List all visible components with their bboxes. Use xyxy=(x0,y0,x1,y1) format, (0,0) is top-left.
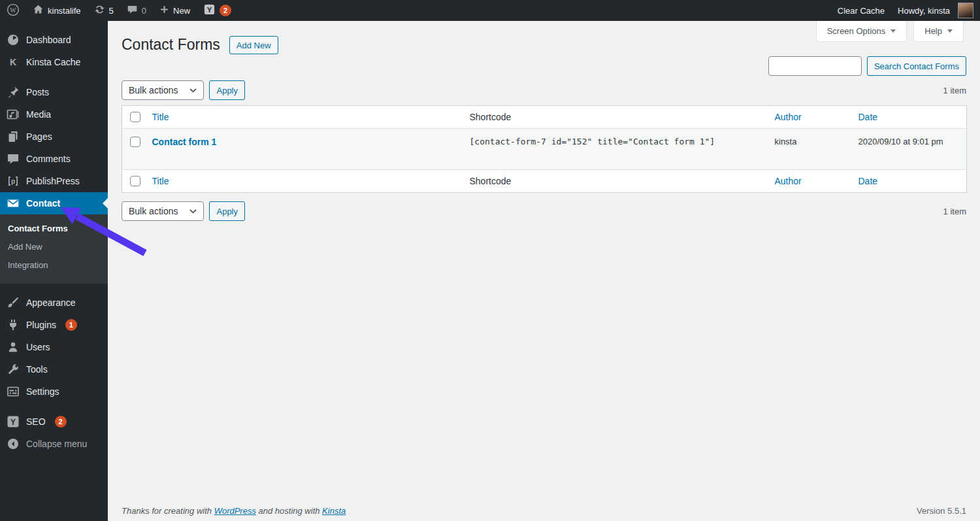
contact-form-title-link[interactable]: Contact form 1 xyxy=(152,137,217,147)
table-footer-row: Title Shortcode Author Date xyxy=(122,170,967,193)
plus-icon xyxy=(159,5,169,16)
collapse-menu-button[interactable]: Collapse menu xyxy=(0,433,108,455)
sidebar-item-publishpress[interactable]: p PublishPress xyxy=(0,170,108,192)
yoast-seo-menu[interactable]: Y 2 xyxy=(197,0,238,21)
select-all-checkbox[interactable] xyxy=(130,176,140,186)
bulk-actions-select[interactable]: Bulk actions xyxy=(122,80,204,100)
sidebar-item-label: PublishPress xyxy=(26,175,80,188)
pages-icon xyxy=(7,130,20,143)
comments-icon xyxy=(7,152,20,165)
publishpress-icon: p xyxy=(7,175,20,188)
bulk-actions-select[interactable]: Bulk actions xyxy=(122,201,204,221)
sidebar-item-comments[interactable]: Comments xyxy=(0,148,108,170)
select-all-checkbox[interactable] xyxy=(130,112,140,122)
bulk-actions-group: Bulk actions Apply xyxy=(122,201,245,221)
table-header-row: Title Shortcode Author Date xyxy=(122,106,967,129)
sidebar-item-label: Plugins xyxy=(26,318,56,331)
sidebar-item-media[interactable]: Media xyxy=(0,103,108,126)
chevron-down-icon xyxy=(189,209,197,214)
howdy-label: Howdy, kinsta xyxy=(898,6,950,16)
site-name-menu[interactable]: kinstalife xyxy=(26,0,88,21)
submenu-item-integration[interactable]: Integration xyxy=(0,256,108,275)
sidebar-item-tools[interactable]: Tools xyxy=(0,358,108,380)
row-checkbox[interactable] xyxy=(130,137,140,147)
screen-meta-tabs: Screen Options Help xyxy=(816,21,964,42)
sort-author-link[interactable]: Author xyxy=(775,112,802,122)
sidebar-item-label: Posts xyxy=(26,86,49,99)
user-icon xyxy=(7,341,20,354)
yoast-seo-icon: Y xyxy=(7,415,20,428)
home-icon xyxy=(33,4,44,17)
svg-text:K: K xyxy=(10,57,16,67)
sidebar-item-label: Pages xyxy=(26,130,52,143)
wordpress-link[interactable]: WordPress xyxy=(214,506,256,516)
wordpress-logo-menu[interactable]: W xyxy=(0,0,26,21)
sidebar-item-users[interactable]: Users xyxy=(0,336,108,358)
apply-button[interactable]: Apply xyxy=(209,201,245,221)
sidebar-item-appearance[interactable]: Appearance xyxy=(0,292,108,314)
clear-cache-button[interactable]: Clear Cache xyxy=(831,0,891,21)
pushpin-icon xyxy=(7,86,20,99)
submenu-item-add-new[interactable]: Add New xyxy=(0,238,108,256)
screen-options-tab[interactable]: Screen Options xyxy=(816,21,907,42)
shortcode-value: [contact-form-7 id="152" title="Contact … xyxy=(470,137,715,146)
main-content: Screen Options Help Contact Forms Add Ne… xyxy=(108,21,980,521)
plug-icon xyxy=(7,318,20,331)
sort-date-link[interactable]: Date xyxy=(858,176,878,186)
sidebar-item-seo[interactable]: Y SEO 2 xyxy=(0,411,108,433)
bulk-actions-label: Bulk actions xyxy=(129,206,178,216)
sidebar-item-kinsta-cache[interactable]: K Kinsta Cache xyxy=(0,51,108,73)
svg-text:Y: Y xyxy=(207,6,212,14)
sidebar-item-dashboard[interactable]: Dashboard xyxy=(0,29,108,51)
collapse-menu-label: Collapse menu xyxy=(26,437,87,450)
help-label: Help xyxy=(924,26,942,36)
table-nav-bottom: Bulk actions Apply 1 item xyxy=(122,201,966,222)
sidebar-item-settings[interactable]: Settings xyxy=(0,380,108,403)
date-value: 2020/09/10 at 9:01 pm xyxy=(858,137,943,146)
seo-notification-badge: 2 xyxy=(55,416,67,428)
new-content-menu[interactable]: New xyxy=(153,0,197,21)
my-account-menu[interactable]: Howdy, kinsta xyxy=(891,0,956,21)
search-contact-forms-button[interactable]: Search Contact Forms xyxy=(867,56,966,76)
submenu-label: Contact Forms xyxy=(8,224,68,233)
search-box: Search Contact Forms xyxy=(768,56,966,76)
new-label: New xyxy=(173,6,190,16)
sort-author-link[interactable]: Author xyxy=(775,176,802,186)
user-avatar[interactable] xyxy=(958,3,973,18)
chevron-down-icon xyxy=(947,29,953,33)
search-input[interactable] xyxy=(768,56,862,76)
contact-submenu: Contact Forms Add New Integration xyxy=(0,214,108,284)
sidebar-item-label: Dashboard xyxy=(26,33,71,46)
yoast-notification-badge: 2 xyxy=(220,5,231,16)
submenu-label: Integration xyxy=(8,260,48,270)
apply-button[interactable]: Apply xyxy=(209,80,245,100)
collapse-arrow-icon xyxy=(7,437,20,450)
sort-title-link[interactable]: Title xyxy=(152,176,169,186)
contact-forms-table: Title Shortcode Author Date Contact form… xyxy=(122,105,967,193)
site-name-label: kinstalife xyxy=(48,6,81,16)
sidebar-item-pages[interactable]: Pages xyxy=(0,126,108,148)
sidebar-item-plugins[interactable]: Plugins 1 xyxy=(0,314,108,336)
settings-icon xyxy=(7,385,20,398)
comment-count: 0 xyxy=(142,6,146,16)
updates-menu[interactable]: 5 xyxy=(88,0,120,21)
sort-date-link[interactable]: Date xyxy=(858,112,878,122)
chevron-down-icon xyxy=(890,29,896,33)
comments-menu[interactable]: 0 xyxy=(120,0,153,21)
bulk-actions-label: Bulk actions xyxy=(129,85,178,95)
help-tab[interactable]: Help xyxy=(913,21,964,42)
sidebar-item-label: Media xyxy=(26,108,51,121)
sidebar-item-label: Settings xyxy=(26,385,59,398)
paintbrush-icon xyxy=(7,296,20,309)
admin-bar-left: W kinstalife 5 0 New xyxy=(0,0,238,21)
add-new-button[interactable]: Add New xyxy=(229,36,278,54)
update-count: 5 xyxy=(109,6,114,16)
kinsta-link[interactable]: Kinsta xyxy=(322,506,346,516)
sort-title-link[interactable]: Title xyxy=(152,112,169,122)
sidebar-item-posts[interactable]: Posts xyxy=(0,81,108,103)
sidebar-item-label: SEO xyxy=(26,415,46,428)
sidebar-item-contact[interactable]: Contact xyxy=(0,192,108,214)
submenu-item-contact-forms[interactable]: Contact Forms xyxy=(0,220,108,238)
menu-separator xyxy=(0,403,108,411)
sidebar-item-label: Kinsta Cache xyxy=(26,56,80,69)
